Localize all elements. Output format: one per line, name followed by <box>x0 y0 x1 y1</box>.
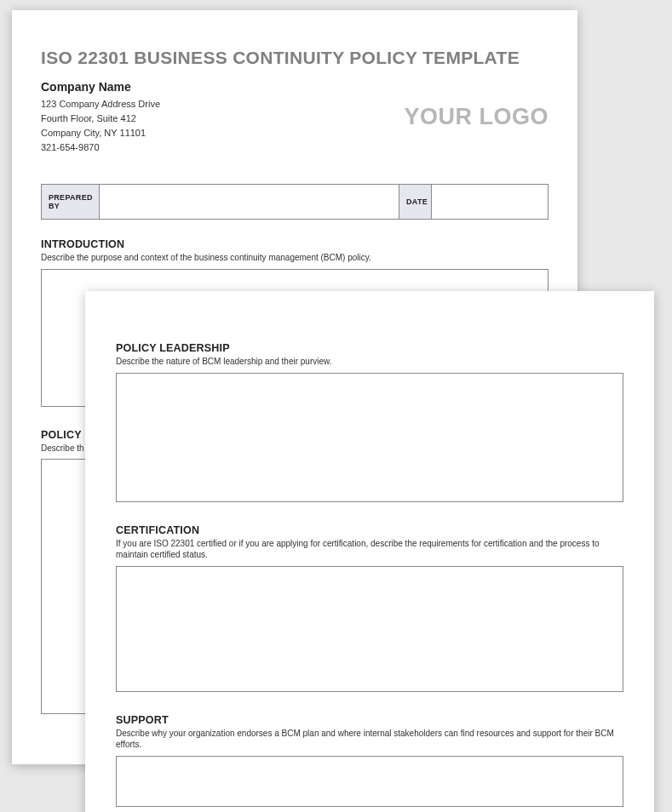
section-title-leadership: POLICY LEADERSHIP <box>116 342 623 354</box>
section-support: SUPPORT Describe why your organization e… <box>116 714 623 807</box>
section-title-certification: CERTIFICATION <box>116 524 623 536</box>
document-page-2: POLICY LEADERSHIP Describe the nature of… <box>85 291 654 812</box>
section-desc-introduction: Describe the purpose and context of the … <box>41 252 549 264</box>
date-label: DATE <box>399 185 432 219</box>
company-address-line2: Fourth Floor, Suite 412 <box>41 112 160 126</box>
section-policy-leadership: POLICY LEADERSHIP Describe the nature of… <box>116 342 623 502</box>
company-name: Company Name <box>41 80 160 94</box>
section-box-certification[interactable] <box>116 566 623 692</box>
section-certification: CERTIFICATION If you are ISO 22301 certi… <box>116 524 623 692</box>
company-phone: 321-654-9870 <box>41 140 160 155</box>
section-box-support[interactable] <box>116 756 623 807</box>
meta-table: PREPARED BY DATE <box>41 184 549 220</box>
logo-placeholder: YOUR LOGO <box>404 104 549 130</box>
company-info: Company Name 123 Company Address Drive F… <box>41 80 160 155</box>
date-field[interactable] <box>432 185 548 219</box>
section-desc-support: Describe why your organization endorses … <box>116 728 623 751</box>
section-title-introduction: INTRODUCTION <box>41 238 549 250</box>
section-desc-certification: If you are ISO 22301 certified or if you… <box>116 538 623 561</box>
company-address-line1: 123 Company Address Drive <box>41 97 160 112</box>
prepared-by-field[interactable] <box>100 185 399 219</box>
document-title: ISO 22301 BUSINESS CONTINUITY POLICY TEM… <box>41 48 549 68</box>
company-address-line3: Company City, NY 11101 <box>41 126 160 140</box>
section-box-leadership[interactable] <box>116 373 623 502</box>
prepared-by-label: PREPARED BY <box>42 185 100 219</box>
section-title-support: SUPPORT <box>116 714 623 726</box>
section-desc-leadership: Describe the nature of BCM leadership an… <box>116 356 623 368</box>
company-header: Company Name 123 Company Address Drive F… <box>41 80 549 155</box>
